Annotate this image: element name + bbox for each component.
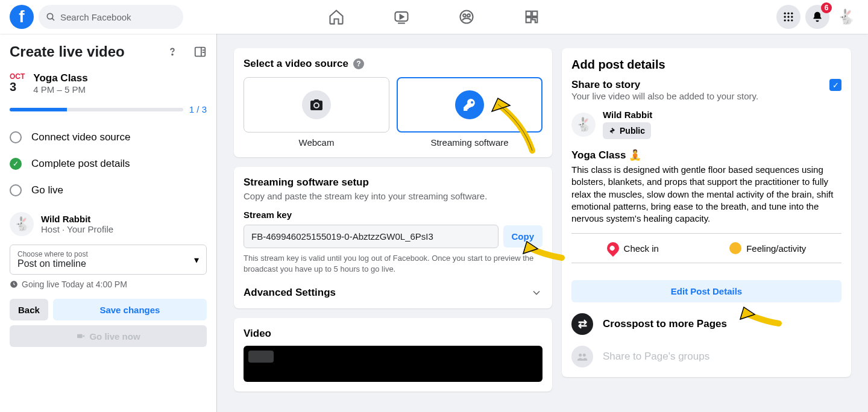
center-column: Select a video source ? Webcam (234, 48, 552, 398)
go-live-button[interactable]: Go live now (10, 325, 207, 347)
video-preview (244, 346, 542, 382)
crosspost-icon: ⇄ (571, 313, 593, 335)
step-circle-icon (10, 131, 22, 143)
right-column: Add post details Share to story Your liv… (562, 48, 851, 398)
svg-point-5 (463, 14, 466, 17)
account-avatar[interactable]: 🐇 (834, 5, 858, 29)
key-icon (455, 90, 484, 119)
edit-post-details-button[interactable]: Edit Post Details (571, 280, 841, 302)
source-streaming[interactable]: Streaming software (397, 77, 542, 148)
stream-key-label: Stream key (244, 210, 542, 220)
advanced-label: Advanced Settings (244, 287, 336, 299)
chevron-down-icon: ▾ (194, 254, 199, 266)
author-name: Wild Rabbit (603, 110, 652, 120)
main-area: Select a video source ? Webcam (217, 34, 868, 412)
event-title: Yoga Class (33, 72, 87, 84)
details-title: Add post details (571, 58, 841, 72)
host-name: Wild Rabbit (41, 214, 113, 224)
search-input[interactable] (60, 12, 176, 22)
step-check-icon: ✓ (10, 158, 22, 170)
home-icon[interactable] (328, 8, 345, 25)
live-badge-placeholder (248, 351, 274, 363)
right-nav: 6 🐇 (776, 5, 858, 29)
facebook-logo[interactable]: f (10, 5, 34, 29)
advanced-settings-toggle[interactable]: Advanced Settings (244, 287, 542, 299)
host-profile-row[interactable]: 🐇 Wild Rabbit Host · Your Profile (10, 204, 207, 245)
svg-point-10 (784, 16, 786, 17)
svg-point-8 (787, 13, 789, 14)
step-label: Complete post details (31, 158, 130, 170)
svg-point-15 (791, 19, 793, 21)
video-preview-card: Video (234, 318, 552, 392)
groups-icon[interactable] (458, 8, 475, 25)
setup-title: Streaming software setup (244, 176, 542, 189)
help-dot-icon[interactable]: ? (353, 58, 364, 69)
chevron-down-icon (530, 287, 542, 299)
event-time: 4 PM – 5 PM (33, 84, 87, 95)
menu-button[interactable] (776, 5, 800, 29)
svg-point-9 (791, 13, 793, 14)
step-label: Go live (31, 184, 63, 196)
svg-point-4 (461, 11, 473, 23)
search-icon (46, 12, 55, 22)
search-wrap[interactable] (39, 5, 183, 29)
progress-text: 1 / 3 (189, 104, 207, 114)
go-live-label: Go live now (89, 331, 140, 342)
selector-label: Choose where to post (17, 250, 88, 258)
share-to-story-row: Share to story Your live video will also… (571, 79, 841, 101)
source-title: Select a video source (244, 58, 348, 70)
progress-row: 1 / 3 (10, 104, 207, 114)
save-changes-button[interactable]: Save changes (53, 299, 207, 320)
event-summary: OCT 3 Yoga Class 4 PM – 5 PM (10, 72, 207, 95)
video-title: Video (244, 328, 542, 340)
checkin-action[interactable]: Check in (607, 242, 659, 254)
location-pin-icon (604, 240, 621, 257)
top-nav: f 6 🐇 (0, 0, 868, 34)
checkin-label: Check in (624, 243, 659, 254)
post-body: This class is designed with gentle floor… (571, 164, 841, 225)
center-nav (328, 8, 540, 25)
help-icon[interactable] (166, 45, 179, 58)
svg-point-0 (47, 13, 52, 19)
svg-point-14 (787, 19, 789, 21)
watch-icon[interactable] (393, 8, 410, 25)
svg-point-7 (784, 13, 786, 14)
crosspost-row[interactable]: ⇄ Crosspost to more Pages (571, 313, 841, 335)
share-to-story-checkbox[interactable]: ✓ (829, 79, 841, 91)
post-details-card: Add post details Share to story Your liv… (562, 48, 851, 377)
back-button[interactable]: Back (10, 299, 48, 320)
divider (571, 233, 841, 234)
camera-icon (302, 90, 331, 119)
globe-icon (609, 127, 616, 134)
step-go-live[interactable]: Go live (10, 177, 207, 204)
divider (571, 263, 841, 263)
left-sidebar: Create live video OCT 3 Yoga Class 4 PM … (0, 34, 217, 412)
golive-time-row: Going live Today at 4:00 PM (10, 279, 207, 289)
event-day: 3 (10, 81, 25, 93)
notifications-button[interactable]: 6 (805, 5, 829, 29)
svg-point-6 (467, 14, 470, 17)
step-connect-source[interactable]: Connect video source (10, 124, 207, 151)
share-sub: Your live video will also be added to yo… (571, 91, 758, 101)
gaming-icon[interactable] (523, 8, 540, 25)
copy-key-button[interactable]: Copy (503, 225, 543, 248)
stream-key-note: This stream key is valid until you log o… (244, 253, 542, 275)
svg-point-24 (583, 354, 586, 357)
svg-point-16 (172, 54, 173, 55)
svg-point-12 (791, 16, 793, 17)
event-month: OCT (10, 72, 25, 81)
source-webcam[interactable]: Webcam (244, 77, 389, 148)
groups-icon (571, 346, 593, 367)
panel-toggle-icon[interactable] (193, 45, 207, 58)
stream-key-input[interactable] (244, 225, 498, 248)
svg-point-23 (579, 354, 582, 357)
feeling-action[interactable]: Feeling/activity (729, 242, 806, 254)
host-sub: Host · Your Profile (41, 224, 113, 234)
step-post-details[interactable]: ✓ Complete post details (10, 151, 207, 177)
host-avatar: 🐇 (10, 212, 34, 236)
svg-rect-22 (77, 334, 83, 339)
post-destination-selector[interactable]: Choose where to post Post on timeline ▾ (10, 245, 207, 275)
golive-time-text: Going live Today at 4:00 PM (22, 279, 127, 289)
privacy-selector[interactable]: Public (603, 122, 651, 139)
svg-line-1 (52, 19, 54, 20)
